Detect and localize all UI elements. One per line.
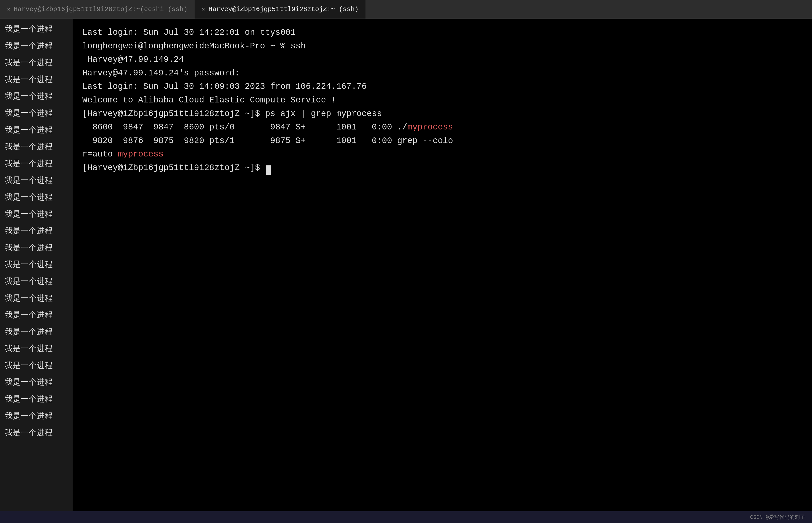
sidebar-item-2: 我是一个进程 (0, 55, 73, 72)
terminal-line-2: Harvey@47.99.149.24 (82, 53, 802, 67)
sidebar-item-21: 我是一个进程 (0, 374, 73, 391)
sidebar-item-4: 我是一个进程 (0, 88, 73, 105)
tab-inactive[interactable]: ✕ Harvey@iZbp16jgp51ttl9i28ztojZ:~(ceshi… (0, 0, 195, 19)
terminal-line-6: Welcome to Alibaba Cloud Elastic Compute… (82, 93, 802, 107)
sidebar-item-12: 我是一个进程 (0, 223, 73, 240)
terminal-line-11: r=auto myprocess (82, 147, 802, 161)
tab-close-inactive[interactable]: ✕ (7, 6, 10, 13)
terminal-line-3: Harvey@47.99.149.24's password: (82, 67, 802, 80)
sidebar: 我是一个进程我是一个进程我是一个进程我是一个进程我是一个进程我是一个进程我是一个… (0, 19, 73, 511)
sidebar-item-6: 我是一个进程 (0, 122, 73, 139)
sidebar-item-16: 我是一个进程 (0, 290, 73, 307)
terminal-line-4: Last login: Sun Jul 30 14:09:03 2023 fro… (82, 80, 802, 93)
bottom-bar: CSDN @爱写代码的刘子 (0, 511, 812, 523)
terminal-line-0: Last login: Sun Jul 30 14:22:01 on ttys0… (82, 26, 802, 39)
terminal-line-10: 9820 9876 9875 9820 pts/1 9875 S+ 1001 0… (82, 134, 802, 148)
terminal-cursor (266, 165, 271, 175)
sidebar-item-1: 我是一个进程 (0, 38, 73, 55)
sidebar-item-15: 我是一个进程 (0, 273, 73, 290)
sidebar-item-5: 我是一个进程 (0, 105, 73, 122)
sidebar-item-24: 我是一个进程 (0, 425, 73, 442)
terminal[interactable]: Last login: Sun Jul 30 14:22:01 on ttys0… (73, 19, 812, 511)
sidebar-item-11: 我是一个进程 (0, 206, 73, 223)
main-area: 我是一个进程我是一个进程我是一个进程我是一个进程我是一个进程我是一个进程我是一个… (0, 19, 812, 511)
terminal-line-8: [Harvey@iZbp16jgp51ttl9i28ztojZ ~]$ ps a… (82, 107, 802, 121)
sidebar-item-10: 我是一个进程 (0, 190, 73, 206)
sidebar-item-20: 我是一个进程 (0, 358, 73, 375)
sidebar-item-14: 我是一个进程 (0, 256, 73, 273)
terminal-line-1: longhengwei@longhengweideMacBook-Pro ~ %… (82, 39, 802, 53)
sidebar-item-19: 我是一个进程 (0, 341, 73, 358)
sidebar-item-23: 我是一个进程 (0, 408, 73, 425)
sidebar-item-13: 我是一个进程 (0, 240, 73, 257)
terminal-line-9: 8600 9847 9847 8600 pts/0 9847 S+ 1001 0… (82, 121, 802, 134)
sidebar-item-3: 我是一个进程 (0, 72, 73, 89)
tab-label-inactive: Harvey@iZbp16jgp51ttl9i28ztojZ:~(ceshi (… (14, 6, 187, 13)
sidebar-item-7: 我是一个进程 (0, 139, 73, 156)
sidebar-item-8: 我是一个进程 (0, 156, 73, 173)
sidebar-item-22: 我是一个进程 (0, 391, 73, 408)
sidebar-item-17: 我是一个进程 (0, 307, 73, 324)
tab-label-active: Harvey@iZbp16jgp51ttl9i28ztojZ:~ (ssh) (209, 6, 359, 13)
sidebar-item-0: 我是一个进程 (0, 21, 73, 38)
sidebar-item-9: 我是一个进程 (0, 173, 73, 190)
tab-spacer (366, 0, 812, 19)
terminal-line-12: [Harvey@iZbp16jgp51ttl9i28ztojZ ~]$ (82, 161, 802, 175)
bottom-bar-text: CSDN @爱写代码的刘子 (750, 513, 805, 521)
sidebar-item-18: 我是一个进程 (0, 324, 73, 341)
tab-bar: ✕ Harvey@iZbp16jgp51ttl9i28ztojZ:~(ceshi… (0, 0, 812, 19)
tab-close-active[interactable]: ✕ (202, 6, 205, 13)
tab-active[interactable]: ✕ Harvey@iZbp16jgp51ttl9i28ztojZ:~ (ssh) (195, 0, 366, 19)
